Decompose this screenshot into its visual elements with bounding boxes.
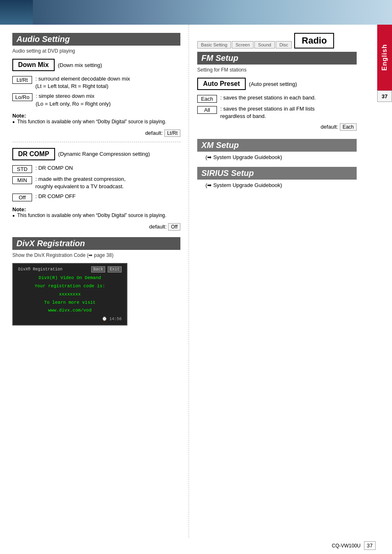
top-banner xyxy=(0,0,392,25)
dr-comp-default-label: default: xyxy=(149,224,167,230)
loro-desc-line1: : simple stereo down mix xyxy=(36,93,95,99)
model-name: CQ-VW100U xyxy=(332,543,361,549)
divx-line1: DivX(R) Video On Demand xyxy=(18,274,122,282)
fm-default: default: Each xyxy=(197,123,357,131)
divx-screen-title: DivX® Registration xyxy=(18,267,62,272)
page-number-box: 37 xyxy=(377,90,392,102)
radio-title: Radio xyxy=(294,33,334,48)
std-desc: : DR COMP ON xyxy=(35,164,73,172)
down-mix-note-title: Note: xyxy=(12,113,180,119)
divx-screen: DivX® Registration Back Exit DivX(R) Vid… xyxy=(12,263,127,325)
min-box: MIN xyxy=(12,176,32,184)
ltrt-desc-line1: : surround element decodable down mix xyxy=(35,76,130,82)
std-box: STD xyxy=(12,165,32,173)
dr-comp-default: default: Off xyxy=(12,223,180,231)
english-tab: English xyxy=(377,25,392,90)
min-desc: : made with the greatest compression, ro… xyxy=(35,175,126,190)
audio-setting-heading: Audio Setting xyxy=(12,33,180,46)
min-desc-line2: roughly equivalent to a TV broadcast. xyxy=(35,183,124,189)
down-mix-desc: (Down mix setting) xyxy=(58,62,102,68)
fm-setup-section: FM Setup Setting for FM stations Auto Pr… xyxy=(197,52,357,131)
off-box: Off xyxy=(12,194,32,201)
divx-line2: Your registration code is: xyxy=(18,282,122,291)
divx-heading: DivX Registration xyxy=(12,237,180,250)
fm-default-value: Each xyxy=(340,123,357,131)
each-option-row: Each : saves the preset stations in each… xyxy=(197,94,357,103)
divx-line5: www.divx.com/vod xyxy=(18,307,122,315)
divx-section: DivX Registration Show the DivX Registra… xyxy=(12,237,180,325)
divx-screen-body: DivX(R) Video On Demand Your registratio… xyxy=(18,274,122,315)
ltrt-option-row: Lt/Rt : surround element decodable down … xyxy=(12,75,180,90)
dr-comp-box: DR COMP xyxy=(12,148,55,160)
right-column: Basic Setting Screen Sound Disc Radio FM… xyxy=(189,25,377,538)
xm-setup-section: XM Setup (➡ System Upgrade Guidebook) xyxy=(197,139,357,160)
fm-setup-subtitle: Setting for FM stations xyxy=(197,67,357,73)
divx-title: DivX Registration xyxy=(16,239,176,248)
xm-arrow-text: (➡ System Upgrade Guidebook) xyxy=(197,154,357,160)
fm-default-label: default: xyxy=(321,124,338,130)
ltrt-desc-line2: (Lt = Left total, Rt = Right total) xyxy=(35,83,108,89)
bottom-info: CQ-VW100U 37 xyxy=(332,541,376,550)
all-desc-line2: regardless of band. xyxy=(220,113,266,119)
divx-back-btn[interactable]: Back xyxy=(91,266,105,272)
each-desc: : saves the preset stations in each band… xyxy=(220,94,316,102)
loro-box: Lo/Ro xyxy=(12,93,32,101)
sirius-setup-title: SIRIUS Setup xyxy=(201,169,353,178)
divx-line4: To learn more visit xyxy=(18,299,122,307)
loro-desc: : simple stereo down mix (Lo = Left only… xyxy=(36,92,111,107)
dr-comp-desc: (Dynamic Range Compression setting) xyxy=(58,151,150,157)
down-mix-default-label: default: xyxy=(145,130,163,136)
xm-setup-heading: XM Setup xyxy=(197,139,357,152)
down-mix-note: Note: This function is available only wh… xyxy=(12,113,180,125)
std-option-row: STD : DR COMP ON xyxy=(12,164,180,173)
loro-option-row: Lo/Ro : simple stereo down mix (Lo = Lef… xyxy=(12,92,180,107)
main-content: Audio Setting Audio setting at DVD playi… xyxy=(0,25,392,538)
sirius-setup-heading: SIRIUS Setup xyxy=(197,167,357,180)
down-mix-note-text: This function is available only when “Do… xyxy=(12,119,180,125)
down-mix-default-value: Lt/Rt xyxy=(164,129,180,137)
fm-setup-title: FM Setup xyxy=(201,53,353,63)
all-desc: : saves the preset stations in all FM li… xyxy=(220,105,315,120)
divx-screen-header: DivX® Registration Back Exit xyxy=(18,267,122,272)
min-option-row: MIN : made with the greatest compression… xyxy=(12,175,180,190)
all-option-row: All : saves the preset stations in all F… xyxy=(197,105,357,120)
audio-setting-subtitle: Audio setting at DVD playing xyxy=(12,48,180,54)
loro-desc-line2: (Lo = Left only, Ro = Right only) xyxy=(36,101,111,107)
auto-preset-desc: (Auto preset setting) xyxy=(249,81,297,87)
ltrt-box: Lt/Rt xyxy=(12,76,32,84)
tab-screen[interactable]: Screen xyxy=(232,41,254,48)
auto-preset-row: Auto Preset (Auto preset setting) xyxy=(197,78,357,90)
left-column: Audio Setting Audio setting at DVD playi… xyxy=(0,25,189,538)
dr-comp-row: DR COMP (Dynamic Range Compression setti… xyxy=(12,148,180,160)
radio-header: Basic Setting Screen Sound Disc Radio xyxy=(197,33,357,48)
divx-exit-btn[interactable]: Exit xyxy=(108,266,122,272)
min-desc-line1: : made with the greatest compression, xyxy=(35,176,126,182)
dr-comp-note-title: Note: xyxy=(12,206,180,212)
divx-screen-btns: Back Exit xyxy=(91,267,122,272)
bottom-page-number: 37 xyxy=(364,541,376,550)
down-mix-default: default: Lt/Rt xyxy=(12,129,180,137)
divx-line3: xxxxxxxx xyxy=(18,291,122,299)
tab-sound[interactable]: Sound xyxy=(254,41,275,48)
all-box: All xyxy=(197,106,217,114)
dr-comp-note-text: This function is available only when “Do… xyxy=(12,212,180,218)
divx-timestamp: ⌚ 14:56 xyxy=(18,316,122,321)
dr-comp-note: Note: This function is available only wh… xyxy=(12,206,180,218)
auto-preset-box: Auto Preset xyxy=(197,78,246,90)
divx-subtitle: Show the DivX Registration Code (➡ page … xyxy=(12,252,180,258)
tab-disc[interactable]: Disc xyxy=(276,41,292,48)
fm-setup-heading: FM Setup xyxy=(197,52,357,65)
xm-setup-title: XM Setup xyxy=(201,141,353,150)
dr-comp-default-value: Off xyxy=(168,223,180,231)
off-option-row: Off : DR COMP OFF xyxy=(12,193,180,201)
off-desc: : DR COMP OFF xyxy=(35,193,76,200)
sirius-setup-section: SIRIUS Setup (➡ System Upgrade Guidebook… xyxy=(197,167,357,188)
audio-setting-title: Audio Setting xyxy=(16,35,176,44)
down-mix-box: Down Mix xyxy=(12,59,55,71)
all-desc-line1: : saves the preset stations in all FM li… xyxy=(220,106,315,112)
ltrt-desc: : surround element decodable down mix (L… xyxy=(35,75,130,90)
sirius-arrow-text: (➡ System Upgrade Guidebook) xyxy=(197,182,357,188)
divider-1 xyxy=(12,142,180,142)
each-box: Each xyxy=(197,95,217,103)
tab-basic-setting[interactable]: Basic Setting xyxy=(197,41,231,48)
